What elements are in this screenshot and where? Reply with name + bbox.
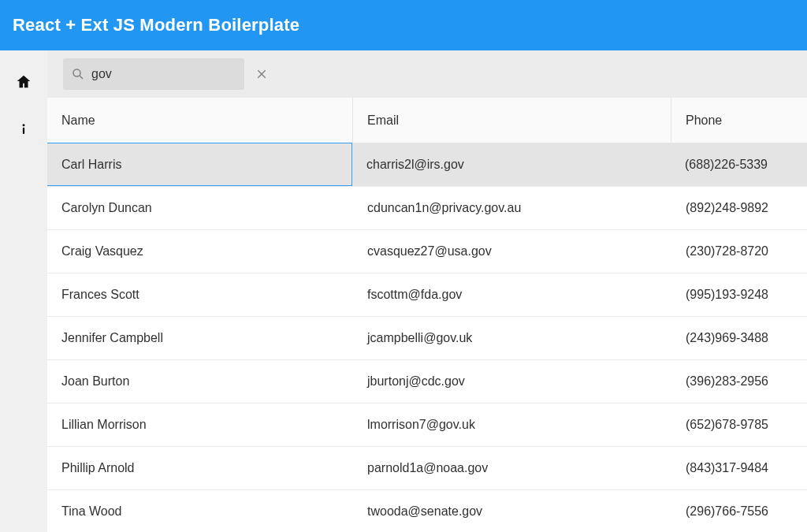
svg-point-2 xyxy=(73,69,80,76)
app-header: React + Ext JS Modern Boilerplate xyxy=(0,0,807,50)
cell-name: Phillip Arnold xyxy=(47,447,353,489)
column-header-phone[interactable]: Phone xyxy=(671,98,807,143)
table-row[interactable]: Carolyn Duncancduncan1n@privacy.gov.au(8… xyxy=(47,187,807,230)
app-title: React + Ext JS Modern Boilerplate xyxy=(13,15,299,35)
search-field[interactable] xyxy=(63,58,244,90)
sidebar-item-info[interactable] xyxy=(6,112,41,147)
main-panel: Name Email Phone Carl Harrischarris2l@ir… xyxy=(47,50,807,532)
table-row[interactable]: Phillip Arnoldparnold1a@noaa.gov(843)317… xyxy=(47,447,807,490)
column-header-name[interactable]: Name xyxy=(47,98,353,143)
app-body: Name Email Phone Carl Harrischarris2l@ir… xyxy=(0,50,807,532)
cell-email: parnold1a@noaa.gov xyxy=(353,447,671,489)
svg-line-3 xyxy=(80,76,83,79)
cell-phone: (243)969-3488 xyxy=(671,317,807,359)
table-row[interactable]: Craig Vasquezcvasquez27@usa.gov(230)728-… xyxy=(47,230,807,273)
search-icon xyxy=(71,66,85,82)
cell-email: fscottm@fda.gov xyxy=(353,273,671,316)
cell-phone: (652)678-9785 xyxy=(671,404,807,446)
cell-phone: (230)728-8720 xyxy=(671,230,807,273)
cell-name: Carl Harris xyxy=(47,143,352,186)
cell-email: lmorrison7@gov.uk xyxy=(353,404,671,446)
info-icon xyxy=(17,122,31,136)
cell-phone: (396)283-2956 xyxy=(671,360,807,403)
cell-email: charris2l@irs.gov xyxy=(352,143,671,186)
cell-phone: (296)766-7556 xyxy=(671,490,807,532)
table-row[interactable]: Lillian Morrisonlmorrison7@gov.uk(652)67… xyxy=(47,404,807,447)
cell-email: cduncan1n@privacy.gov.au xyxy=(353,187,671,229)
cell-email: cvasquez27@usa.gov xyxy=(353,230,671,273)
column-header-email[interactable]: Email xyxy=(353,98,671,143)
svg-rect-1 xyxy=(23,128,24,134)
table-row[interactable]: Carl Harrischarris2l@irs.gov(688)226-533… xyxy=(47,143,807,187)
home-icon xyxy=(15,73,32,91)
table-row[interactable]: Jennifer Campbelljcampbelli@gov.uk(243)9… xyxy=(47,317,807,360)
svg-point-0 xyxy=(23,124,25,126)
cell-phone: (995)193-9248 xyxy=(671,273,807,316)
data-grid: Name Email Phone Carl Harrischarris2l@ir… xyxy=(47,98,807,532)
sidebar xyxy=(0,50,47,532)
table-row[interactable]: Joan Burtonjburtonj@cdc.gov(396)283-2956 xyxy=(47,360,807,404)
table-row[interactable]: Frances Scottfscottm@fda.gov(995)193-924… xyxy=(47,273,807,317)
cell-email: jburtonj@cdc.gov xyxy=(353,360,671,403)
search-input[interactable] xyxy=(85,67,255,81)
cell-phone: (892)248-9892 xyxy=(671,187,807,229)
cell-email: twooda@senate.gov xyxy=(353,490,671,532)
toolbar xyxy=(47,50,807,98)
cell-name: Carolyn Duncan xyxy=(47,187,353,229)
cell-phone: (688)226-5339 xyxy=(671,143,807,186)
sidebar-item-home[interactable] xyxy=(6,65,41,99)
cell-name: Jennifer Campbell xyxy=(47,317,353,359)
cell-email: jcampbelli@gov.uk xyxy=(353,317,671,359)
cell-phone: (843)317-9484 xyxy=(671,447,807,489)
clear-icon[interactable] xyxy=(255,66,268,82)
cell-name: Craig Vasquez xyxy=(47,230,353,273)
cell-name: Joan Burton xyxy=(47,360,353,403)
table-row[interactable]: Tina Woodtwooda@senate.gov(296)766-7556 xyxy=(47,490,807,532)
grid-header: Name Email Phone xyxy=(47,98,807,143)
grid-body: Carl Harrischarris2l@irs.gov(688)226-533… xyxy=(47,143,807,532)
cell-name: Frances Scott xyxy=(47,273,353,316)
cell-name: Lillian Morrison xyxy=(47,404,353,446)
cell-name: Tina Wood xyxy=(47,490,353,532)
